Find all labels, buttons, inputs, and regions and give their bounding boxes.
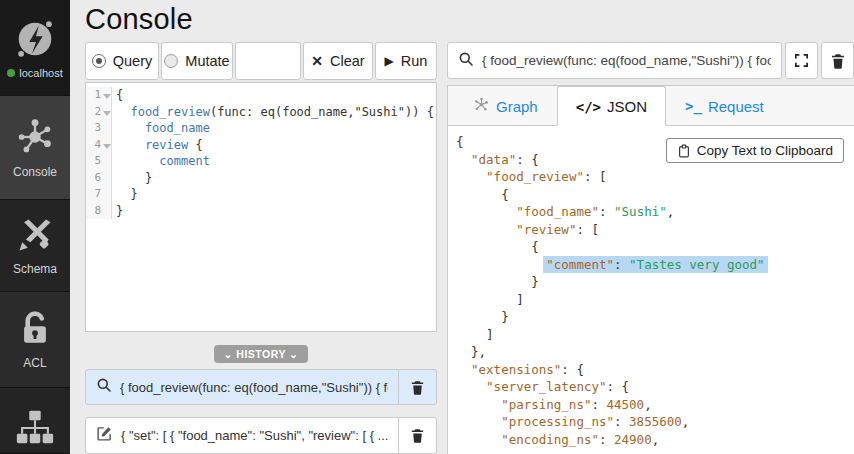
query-mode-radio-button[interactable]: Query	[85, 42, 159, 80]
editor-gutter[interactable]: 7	[86, 186, 112, 203]
history-item-query[interactable]: { food_review(func: eq(food_name,"Sushi"…	[85, 369, 437, 406]
search-icon	[458, 51, 474, 71]
tab-json[interactable]: </> JSON	[557, 86, 666, 126]
editor-line: 1{	[86, 87, 436, 104]
json-line: ]	[456, 291, 846, 309]
app-window: localhost Console	[0, 0, 854, 454]
json-line: "parsing_ns": 44500,	[456, 396, 846, 414]
history-item-text: { "set": [ { "food_name": "Sushi", "revi…	[121, 428, 388, 443]
sidebar-item-label: ACL	[23, 356, 46, 370]
graph-icon	[473, 96, 490, 116]
editor-line: 3 food_name	[86, 120, 436, 137]
json-line: "food_review": [	[456, 168, 846, 186]
editor-gutter[interactable]: 4	[86, 137, 112, 154]
page-title: Console	[85, 3, 854, 36]
highlighted-json-text: "comment": "Tastes very good"	[543, 256, 767, 273]
result-query-bar: { food_review(func: eq(food_name,"Sushi"…	[447, 42, 854, 79]
editor-line: 8}	[86, 203, 436, 220]
trash-icon	[409, 379, 426, 396]
history-toggle[interactable]: ⌄ HISTORY ⌄	[214, 345, 309, 363]
sidebar-item-label: Console	[13, 165, 57, 179]
editor-line: 4 review {	[86, 137, 436, 154]
json-line: "review": [	[456, 221, 846, 239]
sidebar-item-console[interactable]: Console	[0, 96, 70, 200]
json-line: {	[456, 186, 846, 204]
terminal-prompt-icon: >_	[685, 98, 702, 114]
acl-lock-icon	[15, 309, 55, 349]
host-label: localhost	[19, 67, 62, 79]
dgraph-logo-icon	[12, 16, 58, 62]
tab-request[interactable]: >_ Request	[666, 86, 783, 125]
query-editor[interactable]: 1{2 food_review(func: eq(food_name,"Sush…	[85, 82, 437, 332]
editor-gutter[interactable]: 3	[86, 120, 112, 137]
cluster-sitemap-icon	[14, 406, 56, 448]
fullscreen-button[interactable]	[785, 42, 818, 79]
editor-gutter[interactable]: 6	[86, 170, 112, 187]
sidebar-item-acl[interactable]: ACL	[0, 292, 70, 388]
editor-gutter[interactable]: 5	[86, 153, 112, 170]
history-item-mutation[interactable]: { "set": [ { "food_name": "Sushi", "revi…	[85, 417, 437, 454]
json-line: "encoding_ns": 24900,	[456, 431, 846, 449]
clipboard-icon	[677, 144, 691, 158]
result-tabs: Graph </> JSON >_ Request	[448, 86, 854, 126]
json-line: }	[456, 273, 846, 291]
trash-icon	[829, 52, 847, 70]
editor-line: 7 }	[86, 186, 436, 203]
query-panel: Query Mutate ✕ Clear ▶ Run	[85, 42, 437, 454]
query-mode-label: Query	[113, 53, 153, 69]
editor-gutter[interactable]: 8	[86, 203, 112, 220]
sidebar-item-cluster[interactable]	[0, 388, 70, 454]
json-line: {	[456, 238, 846, 256]
schema-tools-icon	[15, 215, 55, 255]
fold-arrow-icon[interactable]	[102, 108, 111, 117]
delete-result-button[interactable]	[821, 42, 854, 79]
clear-x-icon: ✕	[311, 53, 323, 69]
run-button[interactable]: ▶ Run	[375, 42, 437, 80]
results-panel: { food_review(func: eq(food_name,"Sushi"…	[447, 42, 854, 454]
sidebar-item-schema[interactable]: Schema	[0, 200, 70, 292]
radio-selected-icon	[92, 54, 106, 68]
json-line: ]	[456, 326, 846, 344]
edit-icon	[96, 425, 113, 446]
json-line: }	[456, 308, 846, 326]
mutate-mode-label: Mutate	[185, 53, 229, 69]
editor-line: 2 food_review(func: eq(food_name,"Sushi"…	[86, 104, 436, 121]
fullscreen-icon	[793, 52, 810, 69]
console-graph-icon	[14, 116, 56, 158]
json-line: },	[456, 343, 846, 361]
editor-line: 6 }	[86, 170, 436, 187]
editor-gutter[interactable]: 2	[86, 104, 112, 121]
history-delete-button[interactable]	[398, 418, 436, 453]
tab-graph[interactable]: Graph	[454, 86, 557, 125]
json-line: "comment": "Tastes very good"	[456, 256, 846, 274]
copy-to-clipboard-button[interactable]: Copy Text to Clipboard	[666, 138, 844, 163]
query-toolbar: Query Mutate ✕ Clear ▶ Run	[85, 42, 437, 80]
search-icon	[96, 377, 112, 397]
clear-button[interactable]: ✕ Clear	[303, 42, 373, 80]
connection-status-dot	[7, 69, 15, 77]
editor-gutter[interactable]: 1	[86, 87, 112, 104]
sidebar-item-localhost[interactable]: localhost	[0, 0, 70, 96]
main-content: Console Query Mutate ✕ Clear	[70, 0, 854, 454]
code-brackets-icon: </>	[576, 99, 601, 115]
toolbar-spacer	[235, 42, 301, 80]
mutate-mode-radio-button[interactable]: Mutate	[161, 42, 233, 80]
fold-arrow-icon[interactable]	[102, 141, 111, 150]
json-line: "server_latency": {	[456, 378, 846, 396]
history-item-text: { food_review(func: eq(food_name,"Sushi"…	[120, 380, 388, 395]
result-query-display[interactable]: { food_review(func: eq(food_name,"Sushi"…	[447, 42, 782, 79]
sidebar: localhost Console	[0, 0, 70, 454]
json-line: "food_name": "Sushi",	[456, 203, 846, 221]
fold-arrow-icon[interactable]	[102, 91, 111, 100]
trash-icon	[409, 427, 426, 444]
result-query-text: { food_review(func: eq(food_name,"Sushi"…	[482, 53, 771, 68]
json-line: "processing_ns": 3855600,	[456, 413, 846, 431]
editor-line: 5 comment	[86, 153, 436, 170]
history-delete-button[interactable]	[398, 370, 436, 405]
radio-unselected-icon	[164, 54, 178, 68]
sidebar-item-label: Schema	[13, 262, 57, 276]
json-line: "extensions": {	[456, 361, 846, 379]
run-play-icon: ▶	[385, 54, 394, 68]
json-response-view[interactable]: Copy Text to Clipboard {"data": {"food_r…	[448, 126, 854, 454]
